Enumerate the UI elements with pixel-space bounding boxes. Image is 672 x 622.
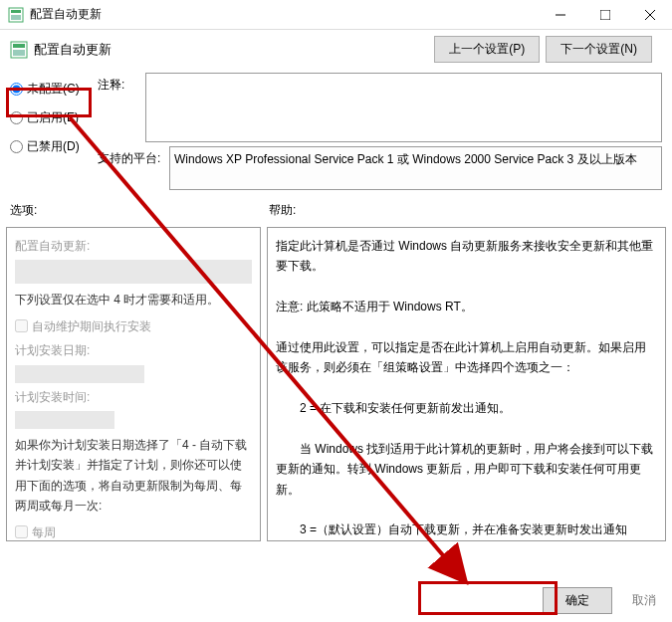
options-heading: 配置自动更新: — [15, 236, 252, 256]
options-para: 如果你为计划安装日期选择了「4 - 自动下载并计划安装」并指定了计划，则你还可以… — [15, 435, 252, 517]
radio-disabled-input[interactable] — [10, 140, 23, 153]
policy-icon — [10, 41, 28, 59]
svg-rect-1 — [11, 10, 21, 13]
close-button[interactable] — [627, 0, 672, 30]
sched-date-label: 计划安装日期: — [15, 340, 252, 360]
panels-row: 配置自动更新: 下列设置仅在选中 4 时才需要和适用。 自动维护期间执行安装 计… — [0, 223, 672, 541]
next-setting-button[interactable]: 下一个设置(N) — [546, 36, 652, 63]
sched-time-disabled — [15, 411, 114, 429]
header-row: 配置自动更新 上一个设置(P) 下一个设置(N) — [0, 30, 672, 69]
radio-column: 未配置(C) 已启用(E) 已禁用(D) — [10, 73, 90, 190]
radio-disabled[interactable]: 已禁用(D) — [10, 138, 90, 155]
svg-rect-8 — [13, 44, 25, 48]
config-area: 未配置(C) 已启用(E) 已禁用(D) 注释: 支持的平台: Windows … — [0, 69, 672, 198]
window-controls — [538, 0, 672, 30]
svg-rect-4 — [600, 10, 610, 20]
help-label: 帮助: — [269, 202, 662, 219]
prev-setting-button[interactable]: 上一个设置(P) — [434, 36, 540, 63]
radio-not-configured-input[interactable] — [10, 83, 23, 96]
help-panel[interactable]: 指定此计算机是否通过 Windows 自动更新服务来接收安全更新和其他重要下载。… — [267, 227, 666, 541]
radio-enabled[interactable]: 已启用(E) — [10, 109, 90, 126]
app-icon — [8, 7, 24, 23]
ok-button[interactable]: 确定 — [543, 587, 612, 614]
annotation-box-ok — [418, 581, 558, 615]
chk-week-input — [15, 525, 28, 538]
platform-row: 支持的平台: Windows XP Professional Service P… — [98, 146, 662, 190]
help-p2: 注意: 此策略不适用于 Windows RT。 — [276, 297, 657, 316]
svg-rect-2 — [11, 15, 21, 20]
help-p5: 当 Windows 找到适用于此计算机的更新时，用户将会接到可以下载更新的通知。… — [276, 439, 657, 500]
maximize-icon — [600, 10, 610, 20]
comment-label: 注释: — [98, 73, 137, 94]
sched-time-label: 计划安装时间: — [15, 387, 252, 407]
help-p6: 3 =（默认设置）自动下载更新，并在准备安装更新时发出通知 — [276, 519, 657, 539]
titlebar: 配置自动更新 — [0, 0, 672, 30]
radio-enabled-input[interactable] — [10, 111, 23, 124]
chk-maint: 自动维护期间执行安装 — [15, 316, 252, 336]
options-dropdown-disabled — [15, 260, 252, 284]
close-icon — [645, 10, 655, 20]
radio-enabled-label: 已启用(E) — [27, 109, 79, 126]
radio-not-configured-label: 未配置(C) — [27, 81, 80, 98]
footer: 确定 取消 — [543, 587, 656, 614]
help-p1: 指定此计算机是否通过 Windows 自动更新服务来接收安全更新和其他重要下载。 — [276, 236, 657, 277]
cancel-button[interactable]: 取消 — [632, 592, 656, 609]
chk-maint-label: 自动维护期间执行安装 — [32, 316, 151, 336]
nav-buttons: 上一个设置(P) 下一个设置(N) — [434, 36, 652, 63]
chk-week: 每周 — [15, 522, 252, 541]
section-labels: 选项: 帮助: — [0, 198, 672, 223]
comment-row: 注释: — [98, 73, 662, 142]
comment-column: 注释: 支持的平台: Windows XP Professional Servi… — [98, 73, 662, 190]
svg-rect-9 — [13, 50, 25, 56]
titlebar-title: 配置自动更新 — [30, 6, 538, 23]
minimize-button[interactable] — [538, 0, 582, 30]
help-p3: 通过使用此设置，可以指定是否在此计算机上启用自动更新。如果启用该服务，则必须在「… — [276, 337, 657, 378]
chk-week-label: 每周 — [32, 522, 56, 541]
maximize-button[interactable] — [582, 0, 627, 30]
sched-date-disabled — [15, 365, 144, 383]
options-note: 下列设置仅在选中 4 时才需要和适用。 — [15, 290, 252, 310]
options-label: 选项: — [10, 202, 269, 219]
platform-label: 支持的平台: — [98, 146, 161, 167]
radio-disabled-label: 已禁用(D) — [27, 138, 80, 155]
page-title: 配置自动更新 — [34, 41, 434, 59]
minimize-icon — [556, 10, 565, 20]
comment-input[interactable] — [145, 73, 662, 142]
help-p4: 2 = 在下载和安装任何更新前发出通知。 — [276, 398, 657, 418]
options-panel[interactable]: 配置自动更新: 下列设置仅在选中 4 时才需要和适用。 自动维护期间执行安装 计… — [6, 227, 261, 541]
chk-maint-input — [15, 319, 28, 332]
platform-value: Windows XP Professional Service Pack 1 或… — [169, 146, 662, 190]
radio-not-configured[interactable]: 未配置(C) — [10, 81, 90, 98]
